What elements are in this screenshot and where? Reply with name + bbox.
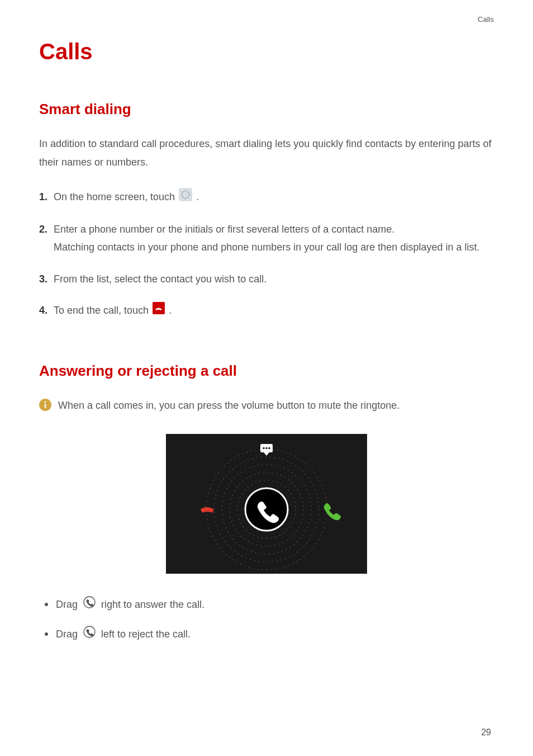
step-item: 3. From the list, select the contact you… [39, 270, 494, 288]
incoming-call-illustration [39, 434, 494, 574]
svg-point-23 [265, 447, 267, 449]
step-number: 2. [39, 220, 54, 257]
svg-point-20 [245, 488, 288, 531]
svg-point-2 [185, 190, 186, 191]
section-answering: Answering or rejecting a call When a cal… [39, 362, 494, 643]
info-text: When a call comes in, you can press the … [58, 396, 399, 415]
page-title: Calls [39, 39, 494, 64]
phone-circle-icon [83, 626, 96, 643]
bullet-dot-icon [45, 632, 48, 636]
info-icon [39, 399, 51, 415]
svg-point-5 [188, 196, 189, 197]
step-text: . [169, 305, 172, 316]
svg-point-22 [263, 447, 264, 449]
svg-point-8 [182, 194, 183, 195]
dial-pad-icon [179, 188, 192, 207]
bullet-text: Drag [56, 597, 78, 613]
smart-dialing-heading: Smart dialing [39, 101, 494, 118]
svg-point-26 [84, 626, 95, 637]
svg-point-7 [183, 196, 184, 197]
svg-point-4 [189, 194, 190, 195]
step-text: On the home screen, touch [54, 191, 178, 202]
svg-point-24 [268, 447, 270, 449]
step-number: 3. [39, 270, 54, 288]
step-item: 4. To end the call, touch . [39, 301, 494, 320]
page-number: 29 [481, 727, 491, 738]
bullet-list: Drag right to answer the call. Drag left… [39, 596, 494, 643]
step-text-continued: Matching contacts in your phone and phon… [54, 238, 494, 256]
step-item: 2. Enter a phone number or the initials … [39, 220, 494, 257]
header-section-label: Calls [478, 15, 494, 23]
svg-point-12 [45, 401, 46, 403]
bullet-text: Drag [56, 626, 78, 642]
step-list: 1. On the home screen, touch . 2. Enter … [39, 188, 494, 320]
step-text: From the list, select the contact you wi… [54, 273, 266, 285]
svg-point-3 [188, 191, 189, 192]
bullet-text: right to answer the call. [101, 597, 204, 613]
phone-circle-icon [83, 596, 96, 613]
bullet-dot-icon [45, 603, 48, 606]
step-number: 1. [39, 188, 54, 207]
step-number: 4. [39, 301, 54, 320]
svg-point-25 [84, 597, 95, 608]
svg-rect-13 [45, 404, 46, 408]
list-item: Drag left to reject the call. [45, 626, 494, 643]
step-item: 1. On the home screen, touch . [39, 188, 494, 207]
svg-point-9 [183, 191, 184, 192]
step-text: Enter a phone number or the initials or … [54, 220, 494, 238]
step-text: . [196, 191, 199, 202]
hangup-icon [153, 302, 165, 320]
svg-point-6 [185, 197, 186, 199]
bullet-text: left to reject the call. [101, 626, 191, 642]
section-smart-dialing: Smart dialing In addition to standard ca… [39, 101, 494, 320]
answering-heading: Answering or rejecting a call [39, 362, 494, 380]
info-callout: When a call comes in, you can press the … [39, 396, 494, 415]
step-text: To end the call, touch [54, 305, 151, 316]
svg-rect-0 [179, 188, 192, 201]
list-item: Drag right to answer the call. [45, 596, 494, 613]
smart-dialing-intro: In addition to standard call procedures,… [39, 135, 494, 172]
